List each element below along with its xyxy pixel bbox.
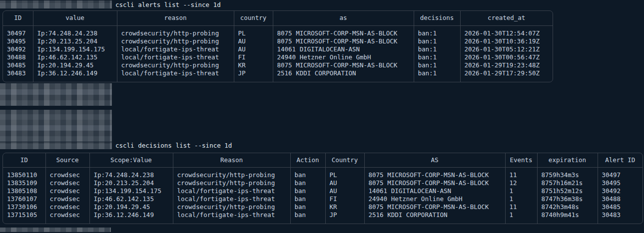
- table-row: 13760107crowdsecIp:46.62.142.135local/fo…: [3, 195, 643, 203]
- table-cell: 30485: [598, 203, 643, 211]
- column-header-reason: reason: [117, 11, 234, 25]
- table-cell: ban: [290, 203, 325, 211]
- table-cell: 13805108: [3, 187, 45, 195]
- table-cell: 13715105: [3, 211, 45, 224]
- table-cell: ban:1: [414, 69, 460, 82]
- table-cell: 30495: [598, 179, 643, 187]
- table-row: 30488Ip:46.62.142.135local/fortigate-ips…: [3, 53, 553, 61]
- redacted-prompt: [0, 142, 112, 149]
- table-row: 13715105crowdsecIp:36.12.246.149local/fo…: [3, 211, 643, 224]
- table-cell: 30497: [3, 25, 33, 37]
- table-cell: 2026-01-30T12:54:07Z: [460, 25, 553, 37]
- decisions-header-row: IDSourceScope:ValueReasonActionCountryAS…: [3, 153, 643, 168]
- table-cell: 8742h3m48s: [537, 203, 598, 211]
- table-cell: KR: [325, 203, 364, 211]
- column-header-decisions: decisions: [414, 11, 460, 25]
- table-cell: 8757h16m21s: [537, 179, 598, 187]
- table-cell: 13835109: [3, 179, 45, 187]
- table-cell: 14061 DIGITALOCEAN-ASN: [364, 187, 505, 195]
- redacted-output-block: [0, 110, 112, 142]
- table-cell: PL: [325, 168, 364, 180]
- table-cell: 2026-01-29T17:29:50Z: [460, 69, 553, 82]
- table-cell: 2516 KDDI CORPORATION: [273, 69, 414, 82]
- table-cell: Ip:134.199.154.175: [33, 45, 117, 53]
- alerts-header-row: IDvaluereasoncountryasdecisionscreated_a…: [3, 11, 553, 25]
- table-cell: Ip:20.213.25.204: [33, 37, 117, 45]
- column-header-created-at: created_at: [460, 11, 553, 25]
- table-cell: 30488: [3, 53, 33, 61]
- table-cell: 30483: [3, 69, 33, 82]
- table-cell: crowdsec: [45, 179, 89, 187]
- table-cell: FI: [234, 53, 273, 61]
- table-cell: 8075 MICROSOFT-CORP-MSN-AS-BLOCK: [273, 25, 414, 37]
- table-cell: local/fortigate-ips-threat: [173, 195, 290, 203]
- table-cell: 13760107: [3, 195, 45, 203]
- table-cell: ban:1: [414, 37, 460, 45]
- table-cell: 30488: [598, 195, 643, 203]
- table-cell: 8075 MICROSOFT-CORP-MSN-AS-BLOCK: [273, 37, 414, 45]
- table-cell: 30497: [598, 168, 643, 180]
- table-cell: 11: [505, 203, 537, 211]
- table-cell: crowdsecurity/http-probing: [173, 203, 290, 211]
- table-row: 30485Ip:20.194.29.45crowdsecurity/http-p…: [3, 61, 553, 69]
- alerts-table-grid: IDvaluereasoncountryasdecisionscreated_a…: [3, 11, 553, 82]
- table-cell: ban:1: [414, 45, 460, 53]
- table-cell: ban: [290, 211, 325, 224]
- prompt-line-alerts: cscli alerts list --since 1d: [0, 0, 644, 8]
- table-row: 13730106crowdsecIp:20.194.29.45crowdsecu…: [3, 203, 643, 211]
- alerts-table: IDvaluereasoncountryasdecisionscreated_a…: [2, 10, 553, 82]
- table-cell: crowdsecurity/http-probing: [117, 61, 234, 69]
- table-cell: crowdsec: [45, 168, 89, 180]
- table-row: 30495Ip:20.213.25.204crowdsecurity/http-…: [3, 37, 553, 45]
- table-cell: AU: [325, 187, 364, 195]
- table-cell: 1: [505, 211, 537, 224]
- table-cell: crowdsec: [45, 187, 89, 195]
- redacted-prompt: [0, 0, 112, 8]
- table-cell: Ip:46.62.142.135: [33, 53, 117, 61]
- table-cell: Ip:20.194.29.45: [89, 203, 173, 211]
- column-header-value: value: [33, 11, 117, 25]
- table-cell: 2026-01-30T00:56:47Z: [460, 53, 553, 61]
- table-cell: crowdsecurity/http-probing: [173, 168, 290, 180]
- table-row: 30483Ip:36.12.246.149local/fortigate-ips…: [3, 69, 553, 82]
- table-cell: crowdsecurity/http-probing: [117, 37, 234, 45]
- table-cell: 2026-01-29T19:23:48Z: [460, 61, 553, 69]
- table-cell: 8759h34m3s: [537, 168, 598, 180]
- table-row: 13850110crowdsecIp:74.248.24.238crowdsec…: [3, 168, 643, 180]
- table-cell: Ip:36.12.246.149: [89, 211, 173, 224]
- column-header-id: ID: [3, 153, 45, 168]
- table-cell: 8075 MICROSOFT-CORP-MSN-AS-BLOCK: [273, 61, 414, 69]
- table-cell: 8751h52m12s: [537, 187, 598, 195]
- table-cell: 11: [505, 168, 537, 180]
- table-cell: 30485: [3, 61, 33, 69]
- table-row: 30492Ip:134.199.154.175local/fortigate-i…: [3, 45, 553, 53]
- table-cell: Ip:74.248.24.238: [33, 25, 117, 37]
- table-cell: 2516 KDDI CORPORATION: [364, 211, 505, 224]
- table-cell: crowdsec: [45, 211, 89, 224]
- table-row: 30497Ip:74.248.24.238crowdsecurity/http-…: [3, 25, 553, 37]
- table-cell: ban: [290, 179, 325, 187]
- table-cell: local/fortigate-ips-threat: [117, 45, 234, 53]
- table-cell: 13730106: [3, 203, 45, 211]
- table-cell: Ip:20.194.29.45: [33, 61, 117, 69]
- column-header-country: country: [234, 11, 273, 25]
- table-cell: ban: [290, 168, 325, 180]
- table-cell: ban: [290, 187, 325, 195]
- table-cell: Ip:36.12.246.149: [33, 69, 117, 82]
- table-cell: Ip:20.213.25.204: [89, 179, 173, 187]
- column-header-scope-value: Scope:Value: [89, 153, 173, 168]
- table-row: 13805108crowdsecIp:134.199.154.175local/…: [3, 187, 643, 195]
- table-cell: AU: [234, 37, 273, 45]
- terminal-screen[interactable]: cscli alerts list --since 1d IDvaluereas…: [0, 0, 644, 233]
- table-cell: crowdsec: [45, 203, 89, 211]
- column-header-source: Source: [45, 153, 89, 168]
- table-cell: 30483: [598, 211, 643, 224]
- column-header-action: Action: [290, 153, 325, 168]
- table-cell: 8740h9m41s: [537, 211, 598, 224]
- table-row: 13835109crowdsecIp:20.213.25.204crowdsec…: [3, 179, 643, 187]
- table-cell: ban: [290, 195, 325, 203]
- table-cell: 2026-01-30T10:36:19Z: [460, 37, 553, 45]
- table-cell: 8747h36m38s: [537, 195, 598, 203]
- table-cell: 13850110: [3, 168, 45, 180]
- command-decisions-list: cscli decisions list --since 1d: [115, 142, 232, 149]
